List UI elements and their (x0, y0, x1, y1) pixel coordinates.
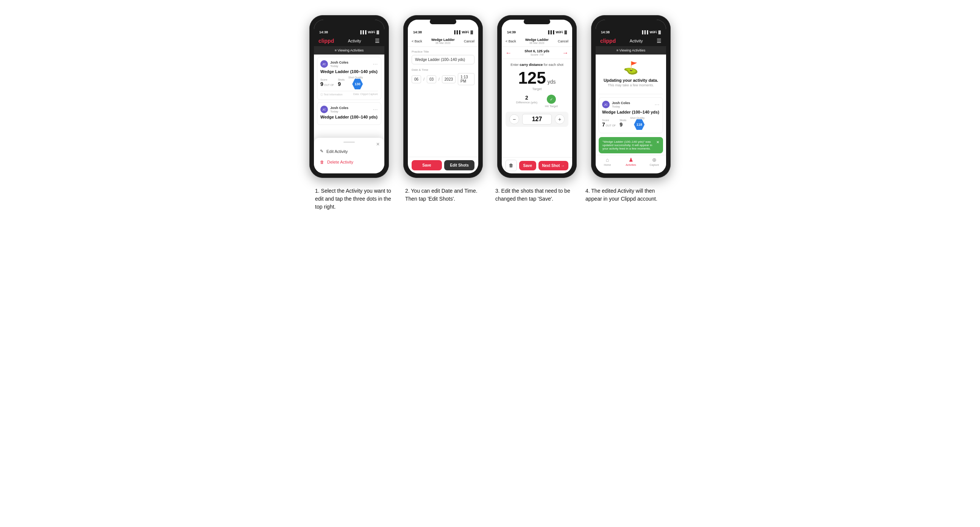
nav-home[interactable]: ⌂ Home (596, 157, 619, 166)
sheet-handle (344, 141, 355, 143)
hex-badge-4: 118 (634, 119, 644, 130)
metrics-row: 2 Difference (yds) ✓ Hit Target (516, 95, 558, 108)
logo-4: clippd (600, 38, 616, 44)
updating-sub: This may take a few moments. (608, 83, 654, 87)
distance-value: 125 (518, 70, 546, 86)
phone-3: 14:39 ▐▐▐ WiFi ▓ < Back Wedge Ladder 06 … (497, 15, 577, 178)
card-title-2: Wedge Ladder (100–140 yds) (320, 115, 378, 119)
difference-val: 2 (516, 95, 537, 101)
back-subtitle-3: 06 Mar 2023 (525, 42, 549, 44)
avatar-1: JC (320, 60, 328, 68)
edit-shots-button[interactable]: Edit Shots (444, 160, 474, 170)
practice-title-input[interactable]: Wedge Ladder (100–140 yds) (412, 55, 474, 64)
shot-info: Shot 6, 125 yds Score 7/9 (525, 49, 549, 56)
notch-3 (524, 19, 550, 24)
action-bar-2: Save Edit Shots (408, 157, 478, 173)
user-name-2: Josh Coles (330, 106, 348, 110)
back-header-3: < Back Wedge Ladder 06 Mar 2023 Cancel (502, 36, 572, 47)
home-label: Home (604, 163, 611, 166)
delete-label: Delete Activity (327, 160, 353, 164)
hit-target-icon: ✓ (547, 95, 556, 104)
next-shot-icon[interactable]: → (562, 49, 568, 56)
edit-icon: ✎ (320, 149, 323, 154)
shot-score: Score 7/9 (525, 53, 549, 56)
score-val-1: 9 (320, 81, 323, 87)
capture-label: Capture (650, 163, 659, 166)
caption-4: 4. The edited Activity will then appear … (585, 187, 665, 211)
phone-2-container: 14:38 ▐▐▐ WiFi ▓ < Back Wedge Ladder 06 … (401, 15, 485, 178)
date-year[interactable]: 2023 (442, 75, 455, 83)
prev-shot-icon[interactable]: ← (506, 49, 512, 56)
shot-input-value[interactable]: 127 (522, 114, 552, 125)
activity-banner-1: ≡ Viewing Activities (314, 46, 384, 54)
date-month[interactable]: 03 (427, 75, 436, 83)
shots-block-4: Shots 9 (619, 119, 626, 128)
shot-nav-bar: ← Shot 6, 125 yds Score 7/9 → (502, 47, 572, 59)
three-dots-4[interactable]: ··· (655, 102, 660, 107)
score-block-4: Score 7 OUT OF (602, 119, 616, 128)
decrement-button[interactable]: − (509, 114, 519, 124)
banner-text-1: ≡ Viewing Activities (335, 48, 364, 52)
toast-close-icon[interactable]: ✕ (656, 140, 659, 144)
updating-block: ⛳ Updating your activity data. This may … (596, 54, 666, 93)
back-button-3[interactable]: < Back (506, 40, 516, 43)
save-shot-button[interactable]: Save (519, 161, 536, 170)
form-section-2: Practice Title Wedge Ladder (100–140 yds… (408, 47, 478, 157)
capture-icon: ⊕ (652, 157, 657, 163)
captions-row: 1. Select the Activity you want to edit … (315, 187, 665, 211)
bottom-nav-4: ⌂ Home ♟ Activities ⊕ Capture (596, 155, 666, 168)
edit-activity-item[interactable]: ✎ Edit Activity (320, 146, 378, 157)
next-shot-button[interactable]: Next Shot → (538, 161, 568, 170)
wifi-icon: WiFi (368, 30, 375, 34)
status-icons-4: ▐▐▐ WiFi ▓ (641, 30, 661, 34)
notch-4 (617, 19, 644, 24)
avatar-4: JC (602, 101, 610, 108)
phone-3-container: 14:39 ▐▐▐ WiFi ▓ < Back Wedge Ladder 06 … (495, 15, 579, 178)
cancel-button-2[interactable]: Cancel (464, 40, 474, 43)
nav-activities[interactable]: ♟ Activities (619, 157, 643, 166)
increment-button[interactable]: + (555, 114, 565, 124)
signal-icon-3: ▐▐▐ (547, 30, 554, 34)
status-time-1: 14:38 (319, 30, 328, 34)
user-info-1: JC Josh Coles Today (320, 60, 348, 68)
header-title-4: Activity (630, 39, 643, 43)
activities-label: Activities (625, 163, 636, 166)
phone-1: 14:38 ▐▐▐ WiFi ▓ clippd Activity ☰ ≡ Vie… (309, 15, 389, 178)
bottom-sheet-1: ✕ ✎ Edit Activity 🗑 Delete Activity (314, 138, 384, 173)
nav-capture[interactable]: ⊕ Capture (643, 157, 666, 166)
app-header-1: clippd Activity ☰ (314, 36, 384, 46)
banner-text-4: ≡ Viewing Activities (616, 48, 646, 52)
three-dots-1[interactable]: ··· (373, 61, 378, 67)
battery-icon: ▓ (376, 30, 379, 34)
app-header-4: clippd Activity ☰ (596, 36, 666, 46)
hex-badge-1: 130 (352, 79, 363, 89)
header-title-1: Activity (348, 39, 361, 43)
logo-1: clippd (318, 38, 334, 44)
phone-4: 14:38 ▐▐▐ WiFi ▓ clippd Activity ☰ ≡ Vie… (591, 15, 671, 178)
back-title-3: Wedge Ladder (525, 38, 549, 42)
shots-block-1: Shots 9 (338, 78, 345, 87)
footer-right-1: Data: Clippd Capture (353, 93, 378, 97)
card-footer-1: ⓘ Test Information Data: Clippd Capture (320, 91, 378, 97)
user-text-4: Josh Coles Today (612, 101, 630, 108)
time-value[interactable]: 1:13 PM (458, 73, 474, 85)
hamburger-icon-1[interactable]: ☰ (375, 38, 380, 44)
practice-title-label: Practice Title (412, 50, 474, 53)
delete-activity-item[interactable]: 🗑 Delete Activity (320, 157, 378, 167)
user-info-4: JC Josh Coles Today (602, 101, 630, 108)
status-icons-2: ▐▐▐ WiFi ▓ (453, 30, 473, 34)
back-button-2[interactable]: < Back (412, 40, 422, 43)
sheet-close-icon[interactable]: ✕ (376, 141, 380, 147)
datetime-label: Date & Time (412, 68, 474, 71)
three-dots-2[interactable]: ··· (373, 107, 378, 112)
wifi-icon-2: WiFi (462, 30, 469, 34)
cancel-button-3[interactable]: Cancel (558, 40, 568, 43)
save-button-2[interactable]: Save (412, 160, 442, 170)
delete-shot-button[interactable]: 🗑 (506, 160, 517, 171)
date-day[interactable]: 06 (412, 75, 421, 83)
user-date-2: Today (330, 110, 348, 113)
status-icons-3: ▐▐▐ WiFi ▓ (547, 30, 567, 34)
hamburger-icon-4[interactable]: ☰ (657, 38, 662, 44)
phone-1-container: 14:38 ▐▐▐ WiFi ▓ clippd Activity ☰ ≡ Vie… (307, 15, 391, 178)
phone-3-inner: 14:39 ▐▐▐ WiFi ▓ < Back Wedge Ladder 06 … (502, 20, 572, 173)
